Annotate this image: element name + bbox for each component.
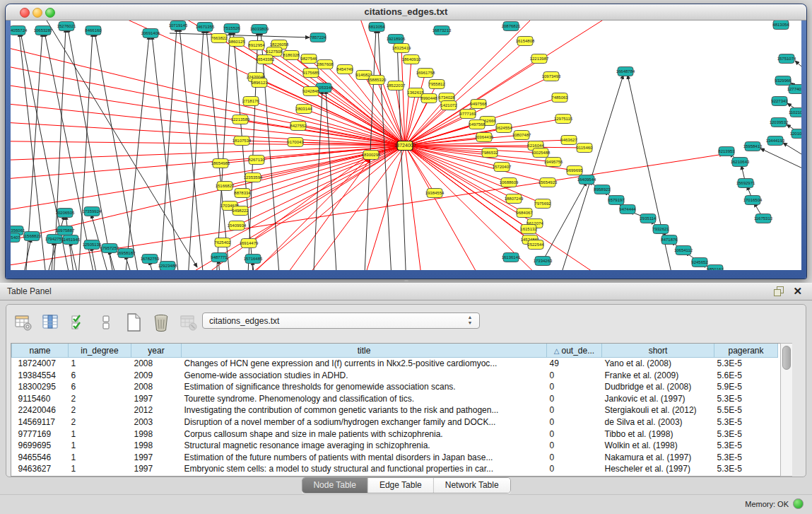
- graph-node[interactable]: 7955812: [428, 80, 445, 89]
- table-cell[interactable]: 0: [547, 463, 602, 475]
- graph-node[interactable]: 15166827: [216, 182, 235, 191]
- table-row[interactable]: 977716911998Corpus callosum shape and si…: [12, 428, 778, 440]
- graph-node[interactable]: 9170043: [287, 138, 304, 147]
- graph-node[interactable]: 7932621: [652, 225, 669, 234]
- table-cell[interactable]: 1997: [131, 393, 182, 405]
- graph-node[interactable]: 8466160: [85, 26, 102, 35]
- graph-node[interactable]: 9860125: [228, 37, 245, 47]
- table-cell[interactable]: 0: [547, 428, 602, 440]
- graph-node[interactable]: 15720407: [493, 163, 512, 172]
- table-cell[interactable]: 14569117: [12, 416, 69, 428]
- table-cell[interactable]: Jankovic et al. (1997): [602, 393, 714, 405]
- column-header-short[interactable]: short: [602, 344, 714, 358]
- graph-node[interactable]: 20206505: [56, 209, 75, 218]
- table-cell[interactable]: 5.3E-5: [714, 428, 778, 440]
- graph-node[interactable]: 10975887: [56, 226, 75, 235]
- window-titlebar[interactable]: citations_edges.txt: [6, 4, 806, 21]
- graph-node[interactable]: 8454749: [336, 65, 353, 74]
- graph-node[interactable]: 18300295: [362, 151, 381, 160]
- red-edge[interactable]: [405, 146, 548, 182]
- red-edge[interactable]: [11, 35, 405, 146]
- red-edge[interactable]: [152, 21, 405, 146]
- graph-node[interactable]: 3915407: [11, 233, 20, 243]
- graph-node[interactable]: 15716485: [244, 255, 263, 264]
- table-cell[interactable]: Disruption of a novel member of a sodium…: [182, 416, 547, 428]
- table-cell[interactable]: Wolkin et al. (1998): [602, 440, 714, 452]
- graph-node[interactable]: 12353594: [244, 173, 263, 182]
- graph-node[interactable]: 9827546: [300, 54, 317, 64]
- graph-node[interactable]: 9175685: [302, 69, 319, 78]
- graph-node[interactable]: 9242848: [302, 87, 319, 96]
- graph-node[interactable]: 16033809: [250, 25, 269, 34]
- graph-node[interactable]: 10025488: [531, 148, 551, 158]
- graph-node[interactable]: 1615132: [520, 225, 537, 234]
- graph-node[interactable]: 15751074: [777, 54, 796, 64]
- graph-node[interactable]: 16210643: [731, 158, 750, 167]
- graph-node[interactable]: 16154808: [516, 37, 535, 46]
- table-cell[interactable]: 1998: [131, 428, 182, 440]
- table-cell[interactable]: 2: [69, 404, 131, 416]
- graph-node[interactable]: 12774031: [787, 85, 801, 94]
- table-cell[interactable]: 2: [69, 393, 131, 405]
- delete-trash-icon[interactable]: [151, 313, 171, 332]
- table-cell[interactable]: 1: [69, 452, 131, 464]
- graph-node[interactable]: 19218906: [387, 35, 406, 44]
- table-cell[interactable]: 2003: [131, 416, 182, 428]
- table-cell[interactable]: 6: [69, 381, 131, 393]
- graph-node[interactable]: 10653287: [34, 26, 53, 35]
- graph-node[interactable]: 3624554: [495, 124, 512, 133]
- graph-node[interactable]: 8471876: [661, 235, 678, 245]
- graph-node[interactable]: 8958923: [594, 185, 611, 194]
- graph-node[interactable]: 8213953: [718, 147, 735, 156]
- graph-node[interactable]: 16543382: [256, 55, 275, 64]
- graph-node[interactable]: 10719145: [169, 21, 188, 30]
- table-cell[interactable]: 1: [69, 358, 131, 370]
- graph-node[interactable]: 9227343: [771, 97, 788, 106]
- graph-node[interactable]: 20691406: [141, 29, 160, 38]
- select-all-icon[interactable]: [69, 313, 88, 332]
- graph-node[interactable]: 9498222: [232, 206, 249, 216]
- red-edge[interactable]: [11, 141, 405, 146]
- rows-icon[interactable]: [96, 313, 116, 332]
- table-cell[interactable]: Changes of HCN gene expression and I(f) …: [182, 358, 547, 370]
- graph-node[interactable]: 7663822: [211, 34, 228, 43]
- table-cell[interactable]: 18300295: [12, 381, 69, 393]
- table-cell[interactable]: 9699695: [12, 440, 69, 452]
- column-header-in_degree[interactable]: in_degree: [69, 344, 131, 358]
- red-edge[interactable]: [405, 59, 411, 146]
- table-row[interactable]: 1830029562008Estimation of significance …: [12, 381, 778, 393]
- tab-edge-table[interactable]: Edge Table: [368, 478, 434, 493]
- memory-indicator[interactable]: Memory: OK: [745, 498, 804, 509]
- graph-node[interactable]: 2718176: [242, 97, 259, 106]
- graph-node[interactable]: 9777169: [459, 110, 476, 119]
- table-row[interactable]: 911546021997Tourette syndrome. Phenomeno…: [12, 393, 778, 405]
- table-cell[interactable]: 1997: [131, 463, 182, 475]
- network-graph[interactable]: 2405572410653287152760218466160206914061…: [11, 21, 801, 270]
- scrollbar-thumb[interactable]: [782, 346, 791, 370]
- table-cell[interactable]: 9777169: [12, 428, 69, 440]
- table-cell[interactable]: 2009: [131, 370, 182, 382]
- graph-node[interactable]: 11451945: [61, 235, 81, 245]
- column-header-name[interactable]: name: [12, 344, 69, 358]
- graph-node[interactable]: 16136141: [502, 253, 521, 262]
- table-cell[interactable]: 5.3E-5: [714, 452, 778, 464]
- graph-node[interactable]: 2935114: [640, 214, 657, 223]
- table-cell[interactable]: Stergiakouli et al. (2012): [602, 404, 714, 416]
- graph-node[interactable]: 17359924: [83, 207, 102, 216]
- graph-node[interactable]: 7975692: [534, 199, 551, 209]
- black-edge[interactable]: [397, 41, 406, 270]
- graph-node[interactable]: 12039532: [770, 118, 789, 127]
- graph-node[interactable]: 10807487: [512, 131, 531, 140]
- table-cell[interactable]: 5.3E-5: [714, 440, 778, 452]
- graph-node[interactable]: 19384554: [425, 189, 445, 198]
- table-cell[interactable]: 0: [547, 381, 602, 393]
- graph-node[interactable]: 6579197: [608, 196, 625, 205]
- table-cell[interactable]: 0: [547, 416, 602, 428]
- graph-node[interactable]: 16958187: [117, 249, 136, 258]
- graph-node[interactable]: 16914479: [240, 239, 259, 248]
- graph-node[interactable]: 6497568: [469, 120, 486, 129]
- graph-node[interactable]: 7485063: [551, 93, 568, 103]
- graph-node[interactable]: 18522037: [387, 81, 406, 90]
- graph-node[interactable]: 18640910: [402, 55, 421, 64]
- graph-node[interactable]: 14671355: [196, 23, 215, 32]
